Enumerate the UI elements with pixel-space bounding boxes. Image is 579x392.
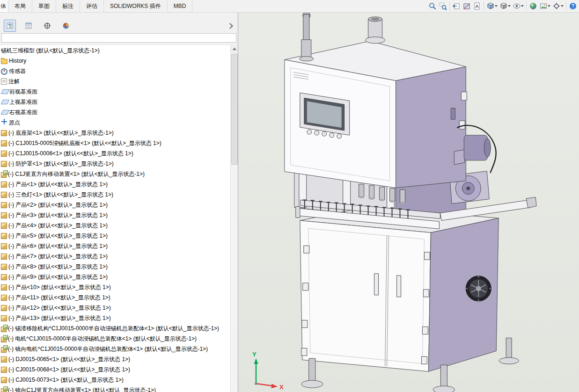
part-icon (1, 151, 7, 157)
tree-item[interactable]: (-) 产品<1> (默认<<默认>_显示状态 1>) (0, 179, 231, 189)
tree-item[interactable]: (-) CJ0015-0068<1> (默认<<默认>_显示状态 1>) (0, 364, 231, 375)
tree-item[interactable]: (-) 产品<12> (默认<<默认>_显示状态 1>) (0, 303, 231, 313)
annotation-views-icon[interactable] (472, 1, 482, 11)
tab-assembly-partial[interactable]: 体 (0, 0, 8, 12)
part-icon (1, 274, 7, 280)
tree-item[interactable]: (-) 产品<11> (默认<<默认>_显示状态 1>) (0, 292, 231, 303)
help-icon[interactable] (568, 1, 578, 11)
part-icon (1, 161, 7, 167)
tree-item[interactable]: (-) 镜向C1J竖直方向移动装置<1> (默认<默认_显示状态-1>) (0, 385, 231, 392)
tree-item[interactable]: (-) C1J0015-0005浸锡机底板<1> (默认<<默认>_显示状态 1… (0, 138, 231, 148)
tree-item[interactable]: (-) 产品<8> (默认<<默认>_显示状态 1>) (0, 261, 231, 272)
folder-icon (1, 59, 7, 64)
part-icon (1, 212, 7, 218)
tree-item[interactable]: 右视基准面 (0, 107, 231, 117)
assembly-icon (1, 172, 7, 178)
command-tabs: 布局草图标注评估SOLIDWORKS 插件MBD (8, 0, 192, 12)
display-style-icon[interactable] (498, 1, 509, 11)
tree-item[interactable]: (-) 产品<9> (默认<<默认>_显示状态 1>) (0, 272, 231, 282)
tree-item[interactable]: (-) 产品<4> (默认<<默认>_显示状态 1>) (0, 220, 231, 231)
tree-item[interactable]: 原点 (0, 117, 231, 128)
tree-item[interactable]: (-) C1J竖直方向移动装置<1> (默认<默认_显示状态-1>) (0, 169, 231, 179)
view-settings-icon[interactable] (551, 1, 562, 11)
scroll-up-arrow-icon[interactable] (231, 45, 238, 52)
tab-1[interactable]: 布局 (8, 0, 32, 12)
tree-item[interactable]: (-) DJ0015-0065<1> (默认<<默认>_显示状态 1>) (0, 354, 231, 364)
tree-scrollbar[interactable] (230, 45, 238, 392)
zoom-area-icon[interactable] (438, 1, 448, 11)
expand-panel-icon[interactable] (227, 23, 233, 29)
tree-item[interactable]: (-) 锡渣移除机构^C1J0015-0000半自动浸锡机总装配体<1> (默认… (0, 323, 231, 334)
tab-4[interactable]: 评估 (80, 0, 104, 12)
tree-item[interactable]: 前视基准面 (0, 87, 231, 97)
tree-item[interactable]: (-) 产品<3> (默认<<默认>_显示状态 1>) (0, 210, 231, 220)
view-orientation-icon[interactable] (485, 1, 496, 11)
plane-icon (1, 110, 9, 115)
tree-item[interactable]: (-) 底座架<1> (默认<<默认>_显示状态-1>) (0, 128, 231, 138)
tree-item[interactable]: (-) 电机^C1J0015-0000半自动浸锡机总装配体<1> (默认<默认_… (0, 334, 231, 344)
coordinate-triad: Y X (242, 341, 289, 392)
part-icon (1, 223, 7, 229)
part-icon (1, 181, 7, 188)
tab-6[interactable]: MBD (168, 0, 193, 12)
featuremanager-tab[interactable] (4, 20, 16, 32)
tree-item[interactable]: (-) 三色灯<1> (默认<<默认>_显示状态 1>) (0, 189, 231, 200)
chevron-down-icon[interactable] (561, 5, 564, 7)
tab-2[interactable]: 草图 (32, 0, 56, 12)
tree-item[interactable]: History (0, 56, 231, 66)
tree-item[interactable]: (-) 产品<6> (默认<<默认>_显示状态 1>) (0, 241, 231, 251)
section-view-icon[interactable] (462, 1, 472, 11)
tree-item[interactable]: (-) 产品<2> (默认<<默认>_显示状态 1>) (0, 200, 231, 210)
configurationmanager-tab[interactable] (41, 20, 53, 32)
tree-item[interactable]: (-) C1J0015-0006<1> (默认<<默认>_显示状态 1>) (0, 148, 231, 159)
part-icon (1, 140, 7, 146)
part-icon (1, 243, 7, 249)
previous-view-icon[interactable] (451, 1, 462, 11)
part-icon (1, 192, 7, 198)
tree-item[interactable]: 锡机三维模型 (默认<默认_显示状态-1>) (0, 45, 231, 56)
note-icon (1, 78, 7, 85)
tree-item[interactable]: 传感器 (0, 66, 231, 76)
chevron-down-icon[interactable] (508, 5, 511, 7)
assembly-icon (1, 327, 7, 332)
3d-model[interactable] (238, 13, 579, 392)
tree-filter-bar[interactable] (1, 33, 236, 43)
part-icon (1, 377, 7, 383)
chevron-down-icon[interactable] (548, 5, 550, 7)
tree-item[interactable]: (-) 产品<7> (默认<<默认>_显示状态 1>) (0, 251, 231, 261)
propertymanager-tab[interactable] (22, 20, 35, 32)
tab-5[interactable]: SOLIDWORKS 插件 (104, 0, 168, 12)
panel-strip-row (0, 32, 238, 45)
hide-show-items-icon[interactable] (512, 1, 522, 11)
tree-wrap: 锡机三维模型 (默认<默认_显示状态-1>) History 传感器 注解 前视… (0, 45, 238, 392)
chevron-down-icon[interactable] (521, 5, 524, 7)
tree-item[interactable]: (-) CJ0015-0073<1> (默认<默认_显示状态 1>) (0, 375, 231, 385)
plane-icon (1, 89, 9, 94)
part-icon (1, 315, 7, 321)
zoom-fit-icon[interactable] (427, 1, 438, 11)
tree-item[interactable]: (-) 产品<10> (默认<<默认>_显示状态 1>) (0, 282, 231, 292)
chevron-down-icon[interactable] (495, 5, 498, 7)
tree-item[interactable]: (-) 镜向电机^C1J0015-0000半自动浸锡机总装配体<1> (默认<默… (0, 344, 231, 354)
part-icon (1, 254, 7, 260)
view-toolbar (427, 0, 579, 12)
origin-icon (1, 118, 7, 126)
tree-item[interactable]: (-) 产品<5> (默认<<默认>_显示状态 1>) (0, 231, 231, 241)
tree-item[interactable]: 注解 (0, 76, 231, 87)
tree-item[interactable]: 上视基准面 (0, 97, 231, 107)
triad-x-label: X (279, 384, 284, 391)
graphics-viewport[interactable]: Y X (238, 13, 579, 392)
tree-item[interactable]: (-) 产品<13> (默认<<默认>_显示状态 1>) (0, 313, 231, 323)
menu-bar: 体 布局草图标注评估SOLIDWORKS 插件MBD (0, 0, 579, 13)
plane-icon (1, 100, 9, 104)
edit-appearance-icon[interactable] (528, 1, 538, 11)
part-icon (1, 233, 7, 239)
apply-scene-icon[interactable] (538, 1, 549, 11)
part-icon (1, 305, 7, 311)
scrollbar-thumb[interactable] (231, 54, 238, 165)
tree-item[interactable]: (-) 防护罩<1> (默认<<默认>_显示状态-1>) (0, 159, 231, 169)
tab-3[interactable]: 标注 (56, 0, 80, 12)
displaymanager-tab[interactable] (60, 20, 72, 32)
part-icon (1, 356, 7, 363)
feature-manager-panel: 锡机三维模型 (默认<默认_显示状态-1>) History 传感器 注解 前视… (0, 13, 238, 392)
